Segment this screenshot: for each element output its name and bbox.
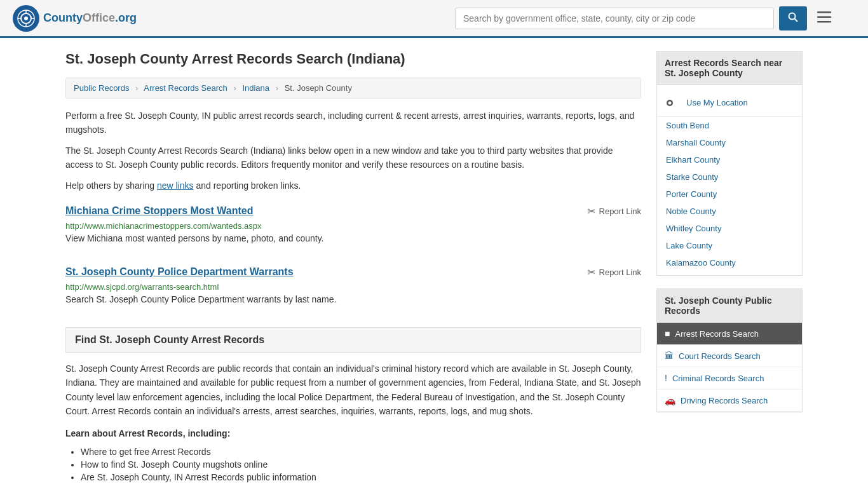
report-label: Report Link [599, 268, 641, 277]
report-link-button[interactable]: ✂ Report Link [587, 266, 641, 278]
learn-item: Are St. Joseph County, IN Arrest Records… [81, 472, 641, 482]
nearby-link[interactable]: Noble County [657, 203, 802, 220]
link-cards: Michiana Crime Stoppers Most Wanted ✂ Re… [65, 205, 641, 315]
breadcrumb-public-records[interactable]: Public Records [74, 83, 129, 93]
report-link-button[interactable]: ✂ Report Link [587, 205, 641, 217]
link-title[interactable]: Michiana Crime Stoppers Most Wanted [65, 205, 253, 217]
logo-area: CountyOffice.org [13, 5, 137, 32]
new-links-link[interactable]: new links [157, 180, 194, 191]
breadcrumb-indiana[interactable]: Indiana [242, 83, 269, 93]
pub-record-link[interactable]: Arrest Records Search [675, 329, 759, 339]
content-area: St. Joseph County Arrest Records Search … [65, 51, 641, 488]
nearby-links: Use My Location South BendMarshall Count… [657, 85, 802, 275]
pub-record-link[interactable]: Driving Records Search [681, 396, 768, 405]
pub-record-item[interactable]: !Criminal Records Search [657, 367, 802, 390]
pub-records-list: ■Arrest Records Search🏛Court Records Sea… [657, 323, 802, 412]
breadcrumb: Public Records › Arrest Records Search ›… [65, 78, 641, 98]
use-my-location[interactable]: Use My Location [657, 89, 802, 117]
pub-records-box: St. Joseph County Public Records ■Arrest… [656, 288, 803, 412]
learn-list: Where to get free Arrest RecordsHow to f… [81, 447, 641, 482]
report-icon: ✂ [587, 205, 595, 217]
link-card: St. Joseph County Police Department Warr… [65, 266, 641, 315]
use-location-link[interactable]: Use My Location [677, 94, 757, 111]
nearby-link[interactable]: Whitley County [657, 220, 802, 237]
record-icon: ! [665, 373, 667, 383]
link-card: Michiana Crime Stoppers Most Wanted ✂ Re… [65, 205, 641, 254]
pub-record-item[interactable]: 🏛Court Records Search [657, 345, 802, 367]
site-header: CountyOffice.org [0, 0, 868, 38]
nearby-link[interactable]: South Bend [657, 117, 802, 134]
intro-paragraph-2: The St. Joseph County Arrest Records Sea… [65, 144, 641, 172]
report-label: Report Link [599, 207, 641, 216]
page-title: St. Joseph County Arrest Records Search … [65, 51, 641, 67]
breadcrumb-arrest-records[interactable]: Arrest Records Search [144, 83, 227, 93]
svg-rect-9 [817, 11, 831, 13]
svg-point-2 [24, 17, 28, 20]
logo-icon [13, 5, 39, 32]
logo-text: CountyOffice.org [43, 11, 137, 25]
nearby-link[interactable]: Marshall County [657, 134, 802, 151]
intro-paragraph-1: Perform a free St. Joseph County, IN pub… [65, 109, 641, 137]
link-desc: Search St. Joseph County Police Departme… [65, 294, 641, 304]
link-desc: View Michiana most wanted persons by nam… [65, 233, 641, 243]
svg-rect-11 [817, 21, 831, 23]
record-icon: 🏛 [665, 351, 674, 361]
link-url: http://www.michianacrimestoppers.com/wan… [65, 221, 641, 231]
report-icon: ✂ [587, 266, 595, 278]
pub-records-header: St. Joseph County Public Records [657, 289, 802, 323]
learn-title: Learn about Arrest Records, including: [65, 426, 641, 440]
pub-record-link[interactable]: Court Records Search [679, 351, 761, 361]
nearby-link[interactable]: Starke County [657, 168, 802, 186]
nearby-link[interactable]: Porter County [657, 186, 802, 203]
search-input[interactable] [455, 8, 774, 29]
intro-paragraph-3: Help others by sharing new links and rep… [65, 179, 641, 193]
record-icon: ■ [665, 329, 670, 339]
main-container: St. Joseph County Arrest Records Search … [53, 38, 815, 488]
sidebar: Arrest Records Search near St. Joseph Co… [656, 51, 803, 488]
search-button[interactable] [779, 6, 807, 30]
svg-rect-10 [817, 16, 831, 18]
section-find-header: Find St. Joseph County Arrest Records [65, 327, 641, 353]
svg-point-7 [789, 13, 796, 19]
pub-record-link[interactable]: Criminal Records Search [672, 374, 764, 383]
svg-line-8 [795, 18, 798, 22]
link-title[interactable]: St. Joseph County Police Department Warr… [65, 266, 294, 278]
location-icon [666, 99, 674, 107]
nearby-header: Arrest Records Search near St. Joseph Co… [657, 51, 802, 85]
nearby-link[interactable]: Kalamazoo County [657, 254, 802, 271]
breadcrumb-current: St. Joseph County [285, 83, 352, 93]
nearby-box: Arrest Records Search near St. Joseph Co… [656, 51, 803, 276]
find-text: St. Joseph County Arrest Records are pub… [65, 362, 641, 419]
nearby-link[interactable]: Lake County [657, 237, 802, 254]
nearby-link[interactable]: Elkhart County [657, 151, 802, 168]
learn-item: How to find St. Joseph County mugshots o… [81, 459, 641, 470]
link-url: http://www.sjcpd.org/warrants-search.htm… [65, 282, 641, 292]
search-bar [455, 6, 836, 30]
menu-button[interactable] [812, 8, 836, 29]
svg-point-13 [668, 101, 672, 104]
record-icon: 🚗 [665, 395, 675, 405]
learn-item: Where to get free Arrest Records [81, 447, 641, 457]
pub-record-item[interactable]: 🚗Driving Records Search [657, 390, 802, 412]
pub-record-item[interactable]: ■Arrest Records Search [657, 323, 802, 345]
